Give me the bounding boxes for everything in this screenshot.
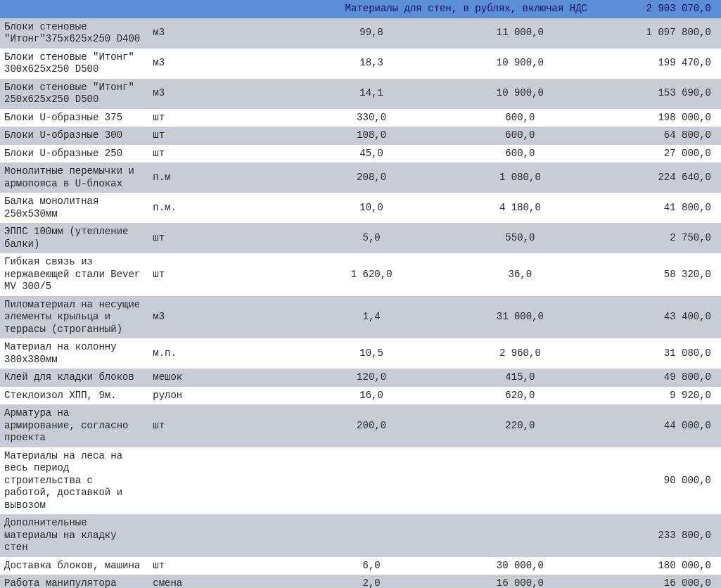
table-row: Блоки U-образные 250шт45,0600,027 000,0 bbox=[0, 145, 721, 163]
item-name: Блоки стеновые "Итонг"375х625х250 D400 bbox=[0, 18, 148, 49]
item-unit: шт bbox=[148, 127, 297, 145]
item-price: 220,0 bbox=[446, 404, 594, 447]
item-qty bbox=[298, 514, 446, 557]
item-name: Дополнительные материалы на кладку стен bbox=[0, 514, 148, 557]
item-price: 415,0 bbox=[446, 369, 594, 387]
item-unit: м.п. bbox=[148, 338, 297, 369]
item-unit bbox=[148, 514, 297, 557]
item-sum: 16 000,0 bbox=[594, 575, 721, 588]
item-price: 30 000,0 bbox=[446, 557, 594, 575]
item-price bbox=[446, 514, 594, 557]
item-sum: 58 320,0 bbox=[594, 253, 721, 296]
item-sum: 1 097 800,0 bbox=[594, 18, 721, 49]
item-unit: шт bbox=[148, 404, 297, 447]
item-qty: 208,0 bbox=[298, 162, 446, 193]
item-sum: 90 000,0 bbox=[594, 447, 721, 515]
item-sum: 180 000,0 bbox=[594, 557, 721, 575]
item-name: Материалы на леса на весь период строите… bbox=[0, 447, 148, 515]
item-name: Блоки стеновые "Итонг" 300х625х250 D500 bbox=[0, 49, 148, 79]
item-sum: 9 920,0 bbox=[594, 387, 721, 405]
item-name: Блоки стеновые "Итонг" 250х625х250 D500 bbox=[0, 79, 148, 109]
item-price: 11 000,0 bbox=[446, 18, 594, 49]
item-unit: шт bbox=[148, 223, 297, 253]
table-row: Арматура на армирование, согласно проект… bbox=[0, 404, 721, 447]
item-qty: 14,1 bbox=[298, 79, 446, 109]
section-title: Материалы для стен, в рублях, включая НД… bbox=[0, 0, 594, 18]
table-row: Блоки стеновые "Итонг" 300х625х250 D500м… bbox=[0, 49, 721, 79]
item-qty: 2,0 bbox=[298, 575, 446, 588]
table-row: ЭППС 100мм (утепление балки)шт5,0550,02 … bbox=[0, 223, 721, 253]
item-unit: шт bbox=[148, 557, 297, 575]
item-name: Блоки U-образные 300 bbox=[0, 127, 148, 145]
item-sum: 199 470,0 bbox=[594, 49, 721, 79]
item-sum: 198 000,0 bbox=[594, 109, 721, 127]
item-price: 36,0 bbox=[446, 253, 594, 296]
item-qty: 6,0 bbox=[298, 557, 446, 575]
item-qty: 108,0 bbox=[298, 127, 446, 145]
table-row: Блоки U-образные 300шт108,0600,064 800,0 bbox=[0, 127, 721, 145]
item-price: 1 080,0 bbox=[446, 162, 594, 193]
item-name: Доставка блоков, машина bbox=[0, 557, 148, 575]
item-unit: м3 bbox=[148, 79, 297, 109]
item-qty: 200,0 bbox=[298, 404, 446, 447]
item-qty: 10,0 bbox=[298, 193, 446, 223]
table-row: Материал на колонну 380х380ммм.п.10,52 9… bbox=[0, 338, 721, 369]
item-price: 4 180,0 bbox=[446, 193, 594, 223]
table-row: Клей для кладки блоковмешок120,0415,049 … bbox=[0, 369, 721, 387]
item-qty: 16,0 bbox=[298, 387, 446, 405]
item-sum: 224 640,0 bbox=[594, 162, 721, 193]
table-row: Стеклоизол ХПП, 9м.рулон16,0620,09 920,0 bbox=[0, 387, 721, 405]
item-name: Арматура на армирование, согласно проект… bbox=[0, 404, 148, 447]
item-name: Блоки U-образные 250 bbox=[0, 145, 148, 163]
item-name: Блоки U-образные 375 bbox=[0, 109, 148, 127]
item-sum: 44 000,0 bbox=[594, 404, 721, 447]
table-row: Блоки U-образные 375шт330,0600,0198 000,… bbox=[0, 109, 721, 127]
table-row: Блоки стеновые "Итонг"375х625х250 D400м3… bbox=[0, 18, 721, 49]
item-qty: 1 620,0 bbox=[298, 253, 446, 296]
item-unit bbox=[148, 447, 297, 515]
item-qty: 18,3 bbox=[298, 49, 446, 79]
item-unit: м3 bbox=[148, 18, 297, 49]
table-row: Балка монолитная 250х530ммп.м.10,04 180,… bbox=[0, 193, 721, 223]
item-price: 31 000,0 bbox=[446, 296, 594, 339]
table-row: Дополнительные материалы на кладку стен2… bbox=[0, 514, 721, 557]
table-row: Пиломатериал на несущие элементы крыльца… bbox=[0, 296, 721, 339]
item-qty bbox=[298, 447, 446, 515]
item-qty: 1,4 bbox=[298, 296, 446, 339]
item-sum: 49 800,0 bbox=[594, 369, 721, 387]
item-price: 550,0 bbox=[446, 223, 594, 253]
item-name: Клей для кладки блоков bbox=[0, 369, 148, 387]
item-sum: 27 000,0 bbox=[594, 145, 721, 163]
item-unit: рулон bbox=[148, 387, 297, 405]
item-unit: мешок bbox=[148, 369, 297, 387]
item-unit: м3 bbox=[148, 49, 297, 79]
item-qty: 10,5 bbox=[298, 338, 446, 369]
item-sum: 64 800,0 bbox=[594, 127, 721, 145]
item-sum: 153 690,0 bbox=[594, 79, 721, 109]
item-qty: 330,0 bbox=[298, 109, 446, 127]
table-row: Доставка блоков, машинашт6,030 000,0180 … bbox=[0, 557, 721, 575]
item-price: 10 900,0 bbox=[446, 49, 594, 79]
item-name: Балка монолитная 250х530мм bbox=[0, 193, 148, 223]
item-qty: 45,0 bbox=[298, 145, 446, 163]
item-sum: 2 750,0 bbox=[594, 223, 721, 253]
item-unit: шт bbox=[148, 253, 297, 296]
item-unit: шт bbox=[148, 109, 297, 127]
item-unit: п.м. bbox=[148, 193, 297, 223]
item-name: Монолитные перемычки и армопояса в U-бло… bbox=[0, 162, 148, 193]
item-price bbox=[446, 447, 594, 515]
section-header: Материалы для стен, в рублях, включая НД… bbox=[0, 0, 721, 18]
item-name: Работа манипулятора bbox=[0, 575, 148, 588]
table-row: Монолитные перемычки и армопояса в U-бло… bbox=[0, 162, 721, 193]
item-unit: смена bbox=[148, 575, 297, 588]
item-qty: 5,0 bbox=[298, 223, 446, 253]
item-price: 600,0 bbox=[446, 145, 594, 163]
item-qty: 99,8 bbox=[298, 18, 446, 49]
item-price: 2 960,0 bbox=[446, 338, 594, 369]
item-unit: шт bbox=[148, 145, 297, 163]
item-sum: 41 800,0 bbox=[594, 193, 721, 223]
table-row: Материалы на леса на весь период строите… bbox=[0, 447, 721, 515]
table-row: Блоки стеновые "Итонг" 250х625х250 D500м… bbox=[0, 79, 721, 109]
item-sum: 233 800,0 bbox=[594, 514, 721, 557]
table-row: Гибкая связь из нержавеющей стали Bever … bbox=[0, 253, 721, 296]
